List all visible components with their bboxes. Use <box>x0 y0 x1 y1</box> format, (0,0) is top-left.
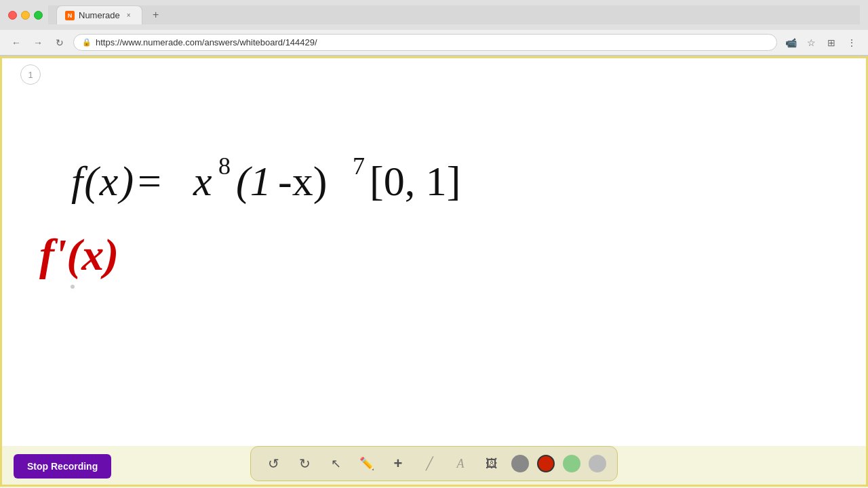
redo-button[interactable]: ↻ <box>293 452 316 475</box>
text-tool-button[interactable]: A <box>449 452 472 475</box>
svg-point-8 <box>71 285 75 289</box>
back-button[interactable]: ← <box>8 35 24 51</box>
bottom-toolbar: Stop Recording ↺ ↻ ↖ ✏️ + ╱ A 🖼 <box>0 446 868 487</box>
new-tab-button[interactable]: + <box>148 7 164 23</box>
add-button[interactable]: + <box>387 452 410 475</box>
cast-icon[interactable]: 📹 <box>783 35 799 51</box>
svg-text:-x): -x) <box>278 158 327 205</box>
address-bar: ← → ↻ 🔒 https://www.numerade.com/answers… <box>0 30 868 56</box>
page-number: 1 <box>28 70 33 80</box>
lock-icon: 🔒 <box>82 38 92 47</box>
eraser-button[interactable]: ╱ <box>418 452 441 475</box>
active-tab[interactable]: N Numerade × <box>56 5 142 24</box>
svg-text:7: 7 <box>353 152 365 180</box>
extension-icon[interactable]: ⊞ <box>823 35 840 51</box>
tab-favicon: N <box>65 11 75 20</box>
whiteboard-drawing: f(x)= x 8 (1 -x) 7 [0, 1] f'(x) <box>0 56 868 487</box>
maximize-button[interactable] <box>34 11 43 20</box>
browser-actions: 📹 ☆ ⊞ ⋮ <box>783 35 860 51</box>
svg-text:f(x)=: f(x)= <box>71 158 165 205</box>
tab-close-button[interactable]: × <box>124 11 134 20</box>
stop-recording-button[interactable]: Stop Recording <box>14 454 111 479</box>
color-light-gray[interactable] <box>589 455 606 472</box>
browser-chrome: N Numerade × + ← → ↻ 🔒 https://www.numer… <box>0 0 868 56</box>
content-area: 1 f(x)= x 8 (1 -x) 7 [0, 1] f'(x) Stop R… <box>0 56 868 487</box>
menu-icon[interactable]: ⋮ <box>844 35 860 51</box>
svg-text:[0, 1]: [0, 1] <box>370 158 460 204</box>
forward-button[interactable]: → <box>30 35 46 51</box>
tab-bar: N Numerade × + <box>48 5 860 24</box>
tab-title: Numerade <box>79 10 120 20</box>
color-red[interactable] <box>537 455 555 472</box>
undo-button[interactable]: ↺ <box>262 452 285 475</box>
svg-text:8: 8 <box>218 152 231 180</box>
tool-palette: ↺ ↻ ↖ ✏️ + ╱ A 🖼 <box>250 446 618 481</box>
svg-text:x: x <box>193 158 212 204</box>
image-tool-button[interactable]: 🖼 <box>480 452 503 475</box>
svg-text:(1: (1 <box>236 158 271 205</box>
whiteboard[interactable]: 1 f(x)= x 8 (1 -x) 7 [0, 1] f'(x) <box>0 56 868 487</box>
color-gray[interactable] <box>511 455 529 472</box>
pen-tool-button[interactable]: ✏️ <box>355 452 378 475</box>
bookmark-icon[interactable]: ☆ <box>803 35 819 51</box>
url-text: https://www.numerade.com/answers/whitebo… <box>96 37 317 47</box>
svg-text:f'(x): f'(x) <box>39 230 119 280</box>
traffic-lights <box>8 11 43 20</box>
color-light-green[interactable] <box>563 455 580 472</box>
minimize-button[interactable] <box>21 11 30 20</box>
page-indicator: 1 <box>20 64 41 85</box>
select-tool-button[interactable]: ↖ <box>324 452 347 475</box>
close-button[interactable] <box>8 11 17 20</box>
title-bar: N Numerade × + <box>0 0 868 30</box>
refresh-button[interactable]: ↻ <box>52 35 68 51</box>
url-bar[interactable]: 🔒 https://www.numerade.com/answers/white… <box>73 34 777 51</box>
